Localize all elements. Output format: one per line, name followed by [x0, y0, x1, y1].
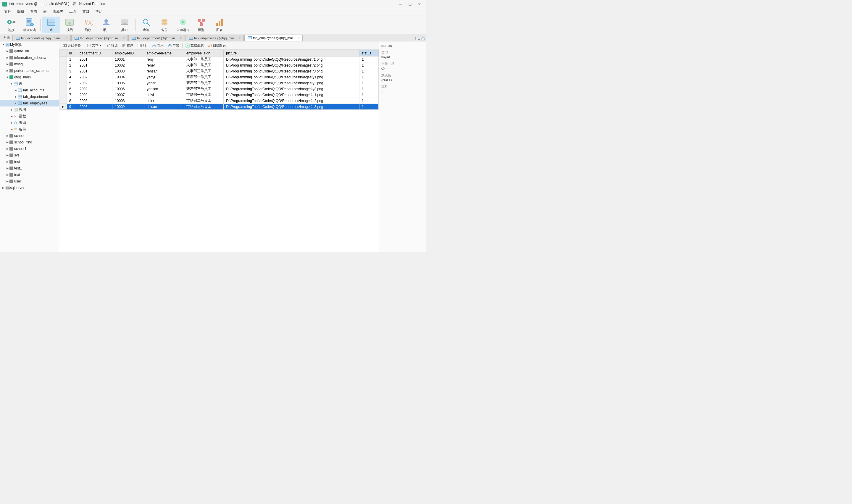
category-functions[interactable]: ▶ fx 函数: [0, 113, 59, 120]
toolbar-user[interactable]: 用户: [97, 17, 115, 33]
menu-edit[interactable]: 编辑: [14, 8, 27, 15]
toolbar-backup[interactable]: 备份: [156, 17, 174, 33]
cell-status[interactable]: 1: [359, 62, 378, 68]
cell-departmentID[interactable]: 2001: [77, 68, 112, 74]
object-tab[interactable]: 对象: [1, 35, 13, 41]
col-header-picture[interactable]: picture: [224, 50, 359, 56]
connection-mysql[interactable]: ▼ DB MySQL: [0, 41, 59, 48]
col-header-employeeid[interactable]: employeeID: [112, 50, 144, 56]
toolbar-function[interactable]: f(x) 函数: [79, 17, 97, 33]
db-test[interactable]: ▶ test: [0, 159, 59, 165]
menu-help[interactable]: 帮助: [92, 8, 105, 15]
category-tables[interactable]: ▼ 表: [0, 80, 59, 87]
cell-departmentID[interactable]: 2002: [77, 74, 112, 80]
cell-departmentID[interactable]: 2003: [77, 104, 112, 110]
cell-picture[interactable]: D:\ProgrammingTool\qtCode\QtQQ\Resources…: [224, 98, 359, 104]
columns-btn[interactable]: 列: [136, 42, 148, 48]
toolbar-model[interactable]: 模型: [192, 17, 210, 33]
tab-department1[interactable]: tab_department @qtqq_m... ×: [71, 35, 128, 41]
text-btn[interactable]: 文本 ▼: [85, 42, 104, 48]
begin-transaction-btn[interactable]: 开始事务: [61, 42, 83, 48]
create-chart-btn[interactable]: 创建图表: [206, 42, 228, 48]
table-row[interactable]: 3200110003rensan人事部三号员工D:\ProgrammingToo…: [59, 68, 379, 74]
tab-accounts-close[interactable]: ×: [66, 36, 68, 40]
cell-id[interactable]: 5: [67, 80, 77, 86]
cell-picture[interactable]: D:\ProgrammingTool\qtCode\QtQQ\Resources…: [224, 62, 359, 68]
db-school1[interactable]: ▶ school1: [0, 145, 59, 152]
tab-employees1[interactable]: tab_employees @qtqq_mai... ×: [185, 35, 244, 41]
db-school-find[interactable]: ▶ school_find: [0, 139, 59, 145]
cell-picture[interactable]: D:\ProgrammingTool\qtCode\QtQQ\Resources…: [224, 104, 359, 110]
cell-employeeID[interactable]: 10003: [112, 68, 144, 74]
cell-employeeID[interactable]: 10002: [112, 62, 144, 68]
tab-department2-close[interactable]: ×: [180, 36, 182, 40]
table-tab-employees[interactable]: ▼ tab_employees: [0, 100, 59, 107]
cell-employee_sign[interactable]: 人事部二号员工: [184, 62, 224, 68]
cell-status[interactable]: 1: [359, 104, 378, 110]
table-row[interactable]: 1200110001renyi人事部一号员工D:\ProgrammingTool…: [59, 56, 379, 62]
cell-status[interactable]: 1: [359, 56, 378, 62]
db-mysql[interactable]: ▶ mysql: [0, 61, 59, 68]
cell-status[interactable]: 1: [359, 86, 378, 92]
maximize-button[interactable]: □: [406, 1, 414, 7]
cell-departmentID[interactable]: 2002: [77, 80, 112, 86]
cell-picture[interactable]: D:\ProgrammingTool\qtCode\QtQQ\Resources…: [224, 80, 359, 86]
info-icon[interactable]: ℹ: [415, 36, 417, 41]
menu-favorites[interactable]: 收藏夹: [50, 8, 66, 15]
sort-btn[interactable]: 排序: [120, 42, 135, 48]
db-information-schema[interactable]: ▶ information_schema: [0, 54, 59, 61]
db-text[interactable]: ▶ text: [0, 172, 59, 178]
minimize-button[interactable]: ─: [396, 1, 405, 7]
table-row[interactable]: 6200210006yansan研发部三号员工D:\ProgrammingToo…: [59, 86, 379, 92]
import-btn[interactable]: 导入: [150, 42, 165, 48]
cell-employee_sign[interactable]: 市场部二号员工: [184, 98, 224, 104]
cell-id[interactable]: 6: [67, 86, 77, 92]
toolbar-new-query[interactable]: + 新建查询: [21, 17, 38, 33]
cell-employeeName[interactable]: shier: [144, 98, 184, 104]
cell-departmentID[interactable]: 2003: [77, 98, 112, 104]
cell-employee_sign[interactable]: 人事部三号员工: [184, 68, 224, 74]
menu-file[interactable]: 文件: [1, 8, 14, 15]
cell-employeeName[interactable]: rener: [144, 62, 184, 68]
cell-picture[interactable]: D:\ProgrammingTool\qtCode\QtQQ\Resources…: [224, 68, 359, 74]
cell-departmentID[interactable]: 2001: [77, 56, 112, 62]
cell-id[interactable]: 8: [67, 98, 77, 104]
table-row[interactable]: 8200310008shier市场部二号员工D:\ProgrammingTool…: [59, 98, 379, 104]
menu-view[interactable]: 查看: [27, 8, 40, 15]
col-header-employeename[interactable]: employeeName: [144, 50, 184, 56]
cell-picture[interactable]: D:\ProgrammingTool\qtCode\QtQQ\Resources…: [224, 86, 359, 92]
cell-id[interactable]: 4: [67, 74, 77, 80]
table-row[interactable]: ▶9200310009shisan市场部三号员工D:\ProgrammingTo…: [59, 104, 379, 110]
cell-employeeName[interactable]: yansan: [144, 86, 184, 92]
cell-employeeID[interactable]: 10009: [112, 104, 144, 110]
toolbar-table[interactable]: 表: [42, 17, 60, 33]
cell-employeeName[interactable]: yaner: [144, 80, 184, 86]
category-views[interactable]: ▶ 视图: [0, 107, 59, 113]
table-tab-department[interactable]: ▶ tab_department: [0, 93, 59, 100]
filter-btn[interactable]: 筛选: [105, 42, 120, 48]
cell-status[interactable]: 1: [359, 74, 378, 80]
cell-employeeID[interactable]: 10005: [112, 80, 144, 86]
cell-employeeID[interactable]: 10001: [112, 56, 144, 62]
toolbar-connect[interactable]: 连接: [2, 17, 20, 33]
cell-employee_sign[interactable]: 研发部二号员工: [184, 80, 224, 86]
table-row[interactable]: 7200310007shiyi市场部一号员工D:\ProgrammingTool…: [59, 92, 379, 98]
cell-departmentID[interactable]: 2001: [77, 62, 112, 68]
db-performance-schema[interactable]: ▶ performance_schema: [0, 68, 59, 74]
cell-status[interactable]: 1: [359, 68, 378, 74]
cell-departmentID[interactable]: 2002: [77, 86, 112, 92]
cell-picture[interactable]: D:\ProgrammingTool\qtCode\QtQQ\Resources…: [224, 92, 359, 98]
cell-employeeID[interactable]: 10006: [112, 86, 144, 92]
menu-window[interactable]: 窗口: [79, 8, 92, 15]
menu-tools[interactable]: 工具: [66, 8, 79, 15]
col-header-status[interactable]: status: [359, 50, 378, 56]
table-row[interactable]: 5200210005yaner研发部二号员工D:\ProgrammingTool…: [59, 80, 379, 86]
db-school[interactable]: ▶ school: [0, 132, 59, 139]
cell-status[interactable]: 1: [359, 98, 378, 104]
cell-picture[interactable]: D:\ProgrammingTool\qtCode\QtQQ\Resources…: [224, 56, 359, 62]
export-btn[interactable]: 导出: [166, 42, 181, 48]
cell-id[interactable]: 3: [67, 68, 77, 74]
menu-table[interactable]: 表: [40, 8, 50, 15]
cell-status[interactable]: 1: [359, 92, 378, 98]
cell-id[interactable]: 2: [67, 62, 77, 68]
